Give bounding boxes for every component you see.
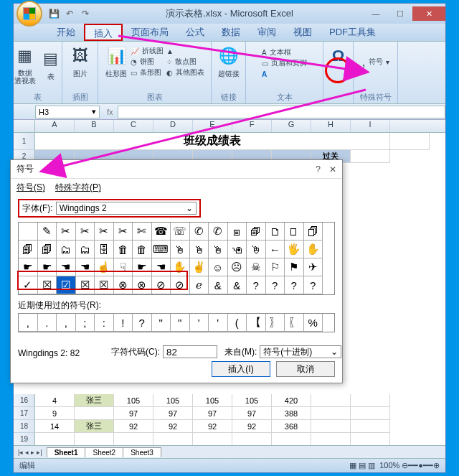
symbol-cell[interactable]: 🗐 <box>38 241 57 258</box>
scatter-chart-label[interactable]: 散点图 <box>175 57 197 67</box>
symbol-cell[interactable]: ? <box>285 276 304 294</box>
col-g[interactable]: G <box>272 120 311 132</box>
tab-insert[interactable]: 插入 <box>84 24 123 41</box>
cell[interactable] <box>232 433 272 445</box>
symbol-cell[interactable]: 🗂 <box>76 241 95 258</box>
symbol-cell[interactable]: 🗌 <box>285 223 304 241</box>
symbol-cell[interactable]: ⚐ <box>266 258 285 276</box>
symbol-cell[interactable]: ✈ <box>304 258 323 276</box>
line-chart-icon[interactable]: 📈 <box>131 47 139 55</box>
dialog-close-icon[interactable]: ✕ <box>329 164 336 174</box>
row-header[interactable]: 16 <box>14 394 35 407</box>
col-e[interactable]: E <box>193 120 232 132</box>
recent-symbol-cell[interactable]: ' <box>209 314 228 332</box>
symbol-cell[interactable]: ☚ <box>152 258 171 276</box>
recent-symbol-cell[interactable]: " <box>171 314 190 332</box>
hyperlink-icon[interactable]: 🌐 <box>217 45 240 67</box>
symbol-cell[interactable]: ☒ <box>38 276 57 294</box>
save-icon[interactable]: 💾 <box>48 8 60 19</box>
symbol-cell[interactable]: ☚ <box>57 258 76 276</box>
symbol-cell[interactable]: 🗉 <box>228 223 247 241</box>
cell[interactable] <box>311 420 351 433</box>
cell[interactable] <box>311 407 351 420</box>
symbol-cell[interactable]: ✌ <box>190 258 209 276</box>
symbol-label[interactable]: 符号 <box>369 57 383 67</box>
symbol-cell[interactable]: ☒ <box>76 276 95 294</box>
chevron-down-icon[interactable]: ⌄ <box>186 203 193 213</box>
zoom-level[interactable]: 100% <box>379 461 399 470</box>
cell[interactable]: 105 <box>193 394 232 407</box>
cell[interactable]: 张三 <box>75 420 114 433</box>
symbol-cell[interactable]: ? <box>304 276 323 294</box>
symbol-cell[interactable]: ✎ <box>38 223 57 241</box>
cell[interactable] <box>193 433 232 445</box>
cancel-button[interactable]: 取消 <box>276 361 335 377</box>
undo-icon[interactable]: ↶ <box>64 8 75 19</box>
table-row[interactable]: 164张三105105105105420 <box>14 394 445 407</box>
symbol-cell[interactable]: 🖱 <box>190 241 209 258</box>
office-button[interactable] <box>16 1 42 27</box>
symbol-cell[interactable]: ☹ <box>228 258 247 276</box>
recent-symbol-cell[interactable]: ? <box>133 314 152 332</box>
dialog-help-icon[interactable]: ? <box>316 164 321 174</box>
recent-symbol-cell[interactable]: . <box>38 314 57 332</box>
recent-symbol-cell[interactable]: 【 <box>247 314 266 332</box>
symbol-cell[interactable]: ☛ <box>19 258 38 276</box>
row-header[interactable]: 19 <box>14 433 35 445</box>
close-button[interactable]: ✕ <box>412 6 445 21</box>
symbol-cell[interactable]: 🖰 <box>247 241 266 258</box>
cell[interactable]: 105 <box>153 394 193 407</box>
select-all-corner[interactable] <box>14 120 35 132</box>
symbol-cell[interactable]: ✆ <box>209 223 228 241</box>
symbol-cell[interactable]: ☑ <box>57 276 76 294</box>
cell[interactable] <box>114 433 153 445</box>
font-select[interactable]: Wingdings 2 ⌄ <box>56 202 197 215</box>
col-c[interactable]: C <box>114 120 153 132</box>
bar-chart-icon[interactable]: ▭ <box>131 69 137 77</box>
cell[interactable]: 14 <box>35 420 75 433</box>
name-box[interactable]: H3▾ <box>35 106 100 118</box>
col-b[interactable]: B <box>75 120 114 132</box>
minimize-button[interactable]: — <box>364 6 388 21</box>
cell[interactable]: 105 <box>232 394 272 407</box>
symbol-cell[interactable]: ✋ <box>171 258 190 276</box>
cell[interactable] <box>272 433 311 445</box>
other-chart-icon[interactable]: ◐ <box>166 69 173 77</box>
row-header[interactable]: 17 <box>14 407 35 420</box>
recent-symbol-cell[interactable]: , <box>57 314 76 332</box>
dialog-tab-special[interactable]: 特殊字符(P) <box>55 182 101 195</box>
sheet-title-cell[interactable]: 班级成绩表 <box>35 133 390 150</box>
sheet-tab-3[interactable]: Sheet3 <box>123 447 161 457</box>
table-row[interactable]: 19 <box>14 433 445 445</box>
symbol-cell[interactable]: 🗐 <box>19 241 38 258</box>
symbol-cell[interactable]: ⚑ <box>285 258 304 276</box>
symbol-cell[interactable]: ⊘ <box>152 276 171 294</box>
symbol-cell[interactable]: 🗊 <box>247 223 266 241</box>
wordart-icon[interactable]: A <box>262 70 267 78</box>
pie-chart-label[interactable]: 饼图 <box>140 57 154 67</box>
table-row[interactable]: 17997979797388 <box>14 407 445 420</box>
symbol-cell[interactable]: ☝ <box>95 258 114 276</box>
cell[interactable]: 368 <box>272 420 311 433</box>
symbol-cell[interactable]: ✓ <box>19 276 38 294</box>
header-footer-label[interactable]: 页眉和页脚 <box>271 58 307 68</box>
symbol-cell[interactable]: ✂ <box>114 223 133 241</box>
table-row[interactable]: 1814张三92929292368 <box>14 420 445 433</box>
fx-icon[interactable]: fx <box>107 108 113 116</box>
sheet-tab-1[interactable]: Sheet1 <box>47 447 86 457</box>
symbol-cell[interactable]: ⌨ <box>152 241 171 258</box>
symbol-cell[interactable] <box>19 223 38 241</box>
cell[interactable] <box>75 407 114 420</box>
symbol-grid[interactable]: ✎✂✂✂✂✄☎☏✆✆🗉🗊🗋🗌🗍🗐🗐🗂🗂🗄🗑🗑⌨🖱🖱🖱🖲🖰←🖐✋☛☛☚☚☝☟☛☚✋… <box>18 222 335 295</box>
symbol-cell[interactable]: 🗑 <box>114 241 133 258</box>
redo-icon[interactable]: ↷ <box>80 8 91 19</box>
view-layout-icon[interactable]: ▤ <box>359 461 366 470</box>
tab-formulas[interactable]: 公式 <box>177 24 213 41</box>
symbol-cell[interactable]: 🖱 <box>171 241 190 258</box>
sheet-nav[interactable]: |◂◂▸▸| <box>14 449 47 456</box>
symbol-cell[interactable]: 🖲 <box>228 241 247 258</box>
symbol-cell[interactable]: & <box>209 276 228 294</box>
symbol-cell[interactable]: ⊘ <box>171 276 190 294</box>
cell[interactable] <box>75 433 114 445</box>
code-input[interactable] <box>163 345 217 358</box>
